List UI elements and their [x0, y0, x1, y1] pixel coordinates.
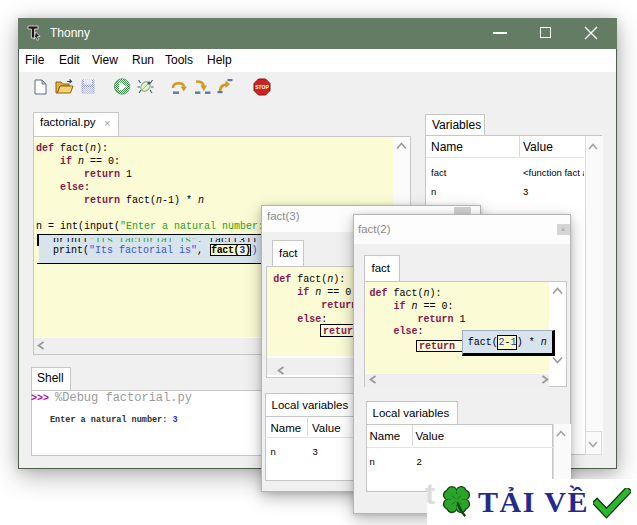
svg-text:STOP: STOP: [255, 84, 269, 90]
